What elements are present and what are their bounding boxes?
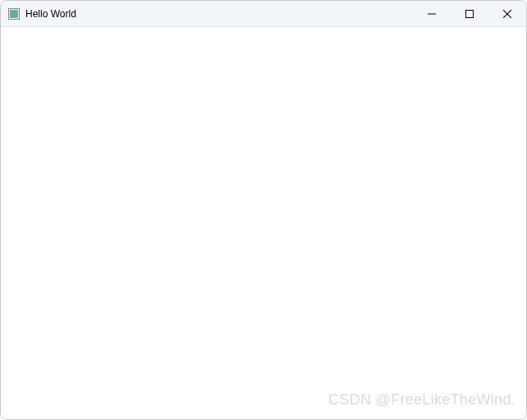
close-icon (503, 10, 511, 18)
minimize-button[interactable] (413, 1, 451, 26)
maximize-icon (465, 10, 474, 18)
app-icon (7, 7, 21, 21)
minimize-icon (428, 10, 436, 18)
window-title: Hello World (25, 8, 76, 20)
svg-rect-3 (466, 10, 474, 17)
application-window: Hello World (0, 0, 527, 420)
client-area (1, 27, 526, 419)
window-controls (413, 1, 526, 26)
titlebar[interactable]: Hello World (1, 1, 526, 27)
close-button[interactable] (488, 1, 526, 26)
maximize-button[interactable] (451, 1, 488, 26)
svg-rect-1 (11, 10, 18, 17)
